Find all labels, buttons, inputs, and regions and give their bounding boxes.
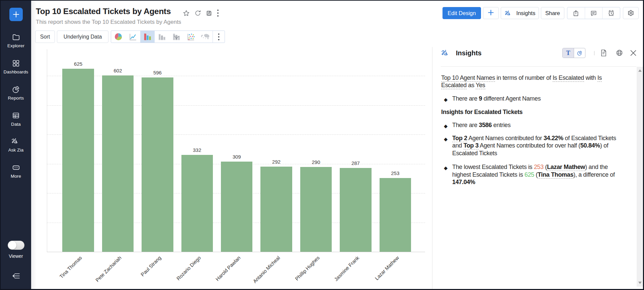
- insights-view-toggle: T: [562, 48, 585, 58]
- share-button[interactable]: Share: [541, 7, 564, 19]
- create-new-button[interactable]: [9, 8, 23, 21]
- category-label: Antanio Micheal: [252, 255, 281, 284]
- close-icon[interactable]: [630, 50, 637, 58]
- insights-button[interactable]: Insights: [501, 7, 539, 19]
- sidebar-item-reports[interactable]: Reports: [1, 85, 31, 109]
- diamond-bullet-icon: ◆: [444, 96, 448, 103]
- y-axis-line: [47, 49, 47, 252]
- bar-chart: 625602596332309292290287253 Tina ThomasP…: [47, 49, 425, 252]
- viewer-toggle[interactable]: [8, 241, 24, 250]
- chart-view-icon[interactable]: [574, 48, 585, 58]
- category-label: Paul Strang: [140, 255, 162, 277]
- insights-panel-title: Insights: [456, 49, 482, 57]
- underlying-data-button[interactable]: Underlying Data: [57, 31, 108, 43]
- category-label: Rozario Diego: [175, 255, 202, 281]
- content-left-shadow: [31, 1, 36, 289]
- bar-antanio-micheal[interactable]: [260, 167, 292, 252]
- chart-type-line-icon[interactable]: [126, 31, 140, 43]
- bar-lazar-mathew[interactable]: [380, 178, 411, 252]
- insights-summary-paragraph: Top 10 Agent Names in terms of number of…: [441, 74, 635, 89]
- folder-icon: [1, 33, 31, 42]
- settings-gear-icon: [627, 9, 635, 17]
- scroll-down-icon[interactable]: [638, 282, 642, 284]
- chart-type-bar-gray-icon[interactable]: [155, 31, 169, 43]
- text-view-icon[interactable]: T: [563, 48, 574, 58]
- zia-icon: [1, 137, 31, 146]
- sidebar-item-label: Ask Zia: [1, 148, 31, 153]
- kebab-icon[interactable]: [217, 9, 219, 17]
- sort-button[interactable]: Sort: [35, 31, 55, 43]
- header-icon-group: [567, 7, 620, 19]
- insights-text: Top 10 Agent Names in terms of number of…: [441, 66, 635, 186]
- insights-bullet-item: ◆Top 2 Agent Names contributed for 34.22…: [441, 134, 635, 157]
- bar-value-label: 332: [181, 147, 213, 153]
- bar-harold-pawlan[interactable]: [221, 162, 253, 252]
- sidebar-item-dashboards[interactable]: Dashboards: [1, 59, 31, 82]
- category-label: Pete Zachariah: [94, 255, 123, 283]
- bar-value-label: 602: [102, 68, 134, 73]
- save-icon[interactable]: [206, 10, 212, 16]
- ellipsis-box-icon: [1, 163, 31, 172]
- bar-phillip-hughes[interactable]: [300, 167, 332, 252]
- chart-type-more-icon[interactable]: [213, 31, 225, 43]
- export-button[interactable]: [567, 7, 585, 19]
- star-icon[interactable]: [183, 10, 190, 17]
- refresh-icon[interactable]: [194, 10, 201, 16]
- bar-tina-thomas[interactable]: [62, 69, 94, 252]
- x-axis-line: [47, 252, 425, 252]
- chart-type-strip: [111, 31, 225, 43]
- bar-paul-strang[interactable]: [142, 77, 173, 252]
- bar-pete-zachariah[interactable]: [102, 75, 134, 252]
- sidebar-item-label: Data: [1, 122, 31, 127]
- globe-icon[interactable]: [616, 49, 623, 58]
- bar-value-label: 292: [260, 159, 292, 165]
- viewer-toggle-label: Viewer: [1, 253, 31, 259]
- bar-rozario-diego[interactable]: [181, 155, 213, 252]
- toggle-knob: [8, 241, 16, 249]
- share-button-label: Share: [545, 10, 560, 16]
- chart-type-pie-icon[interactable]: [111, 31, 126, 43]
- edit-design-button[interactable]: Edit Design: [442, 7, 481, 19]
- zia-icon: [504, 10, 513, 17]
- scroll-up-icon[interactable]: [638, 69, 642, 72]
- chart-type-map-icon[interactable]: [198, 31, 213, 43]
- insights-scrollbar[interactable]: [637, 67, 643, 287]
- insights-title-group: Insights: [441, 49, 482, 57]
- sidebar-item-more[interactable]: More: [1, 163, 31, 187]
- edit-design-label: Edit Design: [448, 10, 476, 16]
- chart-type-bar-drill-icon[interactable]: [169, 31, 183, 43]
- category-label: Harold Pawlan: [214, 255, 241, 282]
- sidebar-item-ask-zia[interactable]: Ask Zia: [1, 137, 31, 161]
- bar-value-label: 287: [340, 160, 372, 166]
- category-label: Tina Thomas: [58, 255, 83, 279]
- diamond-bullet-icon: ◆: [444, 164, 448, 172]
- insights-section-heading: Insights for Escalated Tickets: [441, 108, 635, 116]
- sidebar-item-explorer[interactable]: Explorer: [1, 33, 31, 56]
- insights-button-label: Insights: [516, 10, 536, 16]
- bar-value-label: 290: [300, 159, 332, 165]
- divider: [594, 51, 594, 55]
- comment-button[interactable]: [585, 7, 602, 19]
- sidebar-item-data[interactable]: Data: [1, 111, 31, 135]
- add-button[interactable]: [483, 7, 499, 19]
- sidebar-item-label: Reports: [1, 96, 31, 101]
- insights-bullet-item: ◆The lowest Escalated Tickets is 253 (La…: [441, 163, 635, 186]
- sidebar-item-label: More: [1, 174, 31, 179]
- chart-type-bar-icon[interactable]: [140, 31, 155, 43]
- table-icon: [1, 111, 31, 120]
- alarm-button[interactable]: [602, 7, 620, 19]
- settings-button[interactable]: [623, 7, 639, 19]
- page-title: Top 10 Escalated Tickets by Agents: [36, 7, 171, 16]
- insights-panel-header: Insights T: [432, 47, 637, 66]
- chart-type-scatter-icon[interactable]: [184, 31, 198, 43]
- plus-icon: [12, 11, 20, 18]
- bar-value-label: 253: [380, 170, 411, 176]
- collapse-sidebar-icon[interactable]: [12, 272, 21, 281]
- title-action-icons: [183, 9, 219, 17]
- insights-bullet-item: ◆There are 3586 entries: [441, 121, 635, 129]
- bar-value-label: 625: [62, 61, 94, 67]
- bar-jasmine-frank[interactable]: [340, 168, 372, 252]
- plus-icon: [487, 9, 494, 17]
- insights-panel-border: [432, 47, 432, 289]
- document-icon[interactable]: [600, 49, 607, 58]
